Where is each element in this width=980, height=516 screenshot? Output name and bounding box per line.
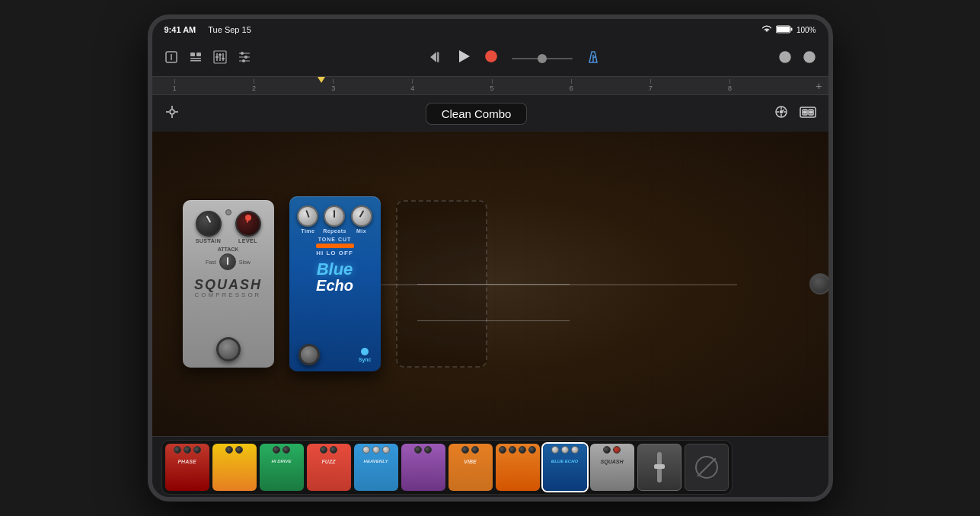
svg-point-48	[809, 111, 812, 113]
svg-rect-13	[215, 56, 219, 58]
clock-button[interactable]	[778, 50, 792, 67]
attack-label: ATTACK	[218, 247, 239, 252]
timeline-ruler[interactable]: 1 2 3 4 5 6 7 8 +	[152, 77, 828, 95]
fast-label: Fast	[206, 260, 216, 265]
tuner-icon[interactable]	[774, 104, 789, 123]
status-bar: 9:41 AM Tue Sep 15 100%	[152, 19, 828, 40]
echo-label: Echo	[316, 278, 353, 293]
rewind-button[interactable]	[429, 50, 443, 67]
squash-name: SQUASH	[194, 278, 262, 291]
ipad-frame: 9:41 AM Tue Sep 15 100%	[148, 14, 833, 502]
svg-text:?: ?	[807, 53, 812, 62]
volume-slider[interactable]	[512, 58, 573, 59]
tune-icon[interactable]	[164, 104, 180, 123]
new-track-button[interactable]	[164, 50, 178, 67]
blue-echo-title: Blue Echo	[316, 261, 353, 293]
sync-indicator	[361, 348, 369, 355]
svg-rect-5	[190, 53, 195, 56]
eq-button[interactable]	[238, 50, 251, 67]
add-track-button[interactable]: +	[816, 80, 822, 92]
squash-knobs: SUSTAIN LEVEL	[189, 211, 268, 244]
selector-pedal-yellow[interactable]	[212, 444, 257, 491]
track-view-button[interactable]	[189, 50, 203, 67]
selector-pedal-grey[interactable]	[637, 444, 682, 491]
preset-bar: Clean Combo	[152, 95, 828, 132]
playhead	[318, 77, 325, 83]
attack-knob[interactable]	[219, 253, 236, 270]
disabled-icon	[695, 456, 718, 479]
sustain-label: SUSTAIN	[196, 238, 222, 244]
slow-label: Slow	[239, 260, 251, 265]
selector-pedal-phase[interactable]: PHASE	[165, 444, 209, 491]
pedalboard-icon[interactable]	[800, 104, 816, 123]
selector-pedal-disabled[interactable]	[685, 444, 729, 491]
sustain-knob[interactable]	[196, 211, 222, 237]
svg-rect-14	[219, 54, 222, 56]
squash-subtitle: COMPRESSOR	[195, 291, 262, 298]
selector-pedal-blueecho[interactable]: Blue Echo	[543, 444, 587, 491]
metronome-icon[interactable]	[586, 50, 600, 67]
toolbar-right: ?	[778, 50, 816, 67]
mix-label: Mix	[356, 228, 366, 234]
level-knob[interactable]	[235, 211, 261, 237]
status-date: Tue Sep 15	[208, 25, 251, 34]
svg-rect-15	[222, 58, 225, 59]
preset-name-button[interactable]: Clean Combo	[426, 103, 528, 125]
repeats-knob-container: Repeats	[323, 205, 346, 234]
svg-rect-7	[190, 58, 201, 59]
pedalboard-area: SUSTAIN LEVEL ATTACK Fast	[152, 132, 828, 436]
svg-point-21	[242, 59, 245, 62]
home-button[interactable]	[809, 273, 828, 295]
selector-pedal-hidrive[interactable]: HI DRIVE	[260, 444, 304, 491]
mix-knob[interactable]	[351, 205, 372, 227]
battery-percent: 100%	[796, 26, 816, 34]
mix-knob-container: Mix	[351, 205, 372, 234]
selector-pedal-heavenly[interactable]: Heavenly	[354, 444, 398, 491]
status-icons: 100%	[761, 25, 816, 35]
callout-line-1	[417, 284, 570, 285]
svg-point-47	[803, 111, 806, 113]
squash-switch[interactable]	[216, 337, 241, 362]
hilo-label: HI LO OFF	[316, 250, 353, 256]
selector-pedal-purple[interactable]	[401, 444, 445, 491]
echo-knobs: Time Repeats Mix	[295, 205, 375, 234]
repeats-label: Repeats	[323, 228, 346, 234]
pedal-selector: PHASE HI DRIVE FUZZ	[152, 436, 828, 497]
selector-pedal-fuzz[interactable]: FUZZ	[307, 444, 351, 491]
squash-title: SQUASH COMPRESSOR	[194, 278, 262, 298]
svg-rect-23	[437, 52, 439, 62]
selector-pedal-squash[interactable]: SQUASH	[590, 444, 634, 491]
toolbar-center	[429, 49, 600, 67]
tone-cut-bar	[316, 244, 354, 248]
toolbar-left	[164, 50, 251, 67]
sustain-knob-container: SUSTAIN	[196, 211, 222, 244]
record-button[interactable]	[484, 49, 498, 67]
toolbar: ?	[152, 40, 828, 77]
selector-pedal-grid[interactable]	[496, 444, 540, 491]
blue-label: Blue	[317, 261, 353, 278]
echo-switch[interactable]	[298, 344, 320, 365]
wifi-icon	[761, 25, 772, 34]
battery-icon	[776, 25, 793, 35]
svg-marker-24	[459, 50, 470, 62]
svg-rect-8	[190, 60, 201, 62]
sync-label: Sync	[359, 357, 372, 362]
time-label: Time	[301, 228, 314, 234]
preset-right-icons	[774, 104, 816, 123]
callout-line-2	[417, 320, 570, 321]
svg-rect-1	[790, 27, 792, 30]
repeats-knob[interactable]	[324, 205, 345, 227]
squash-pedal[interactable]: SUSTAIN LEVEL ATTACK Fast	[183, 200, 274, 368]
pedal-selector-scroll[interactable]: PHASE HI DRIVE FUZZ	[161, 440, 733, 495]
mixer-button[interactable]	[213, 50, 227, 67]
blue-echo-pedal[interactable]: Time Repeats Mix TONE	[289, 196, 381, 371]
status-time: 9:41 AM	[164, 25, 196, 34]
sync-container: Sync	[359, 348, 372, 362]
svg-rect-6	[196, 53, 201, 56]
time-knob[interactable]	[297, 205, 318, 227]
play-button[interactable]	[457, 49, 471, 67]
help-button[interactable]: ?	[803, 50, 816, 67]
svg-rect-2	[777, 27, 790, 32]
svg-point-19	[241, 52, 244, 55]
selector-pedal-vibe[interactable]: VIBE	[449, 444, 493, 491]
